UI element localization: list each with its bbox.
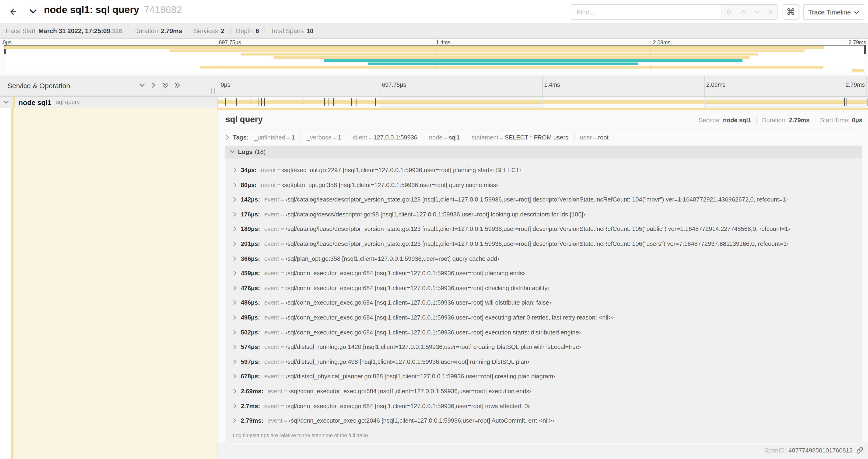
minimap-span-bar bbox=[4, 46, 825, 49]
trace-timeline-page: node sql1: sql query7418682 ⌘ Trace T bbox=[0, 0, 868, 459]
log-row[interactable]: 459μs:event=‹sql/conn_executor_exec.go:6… bbox=[233, 270, 858, 276]
log-row[interactable]: 574μs:event=‹sql/distsql_running.go:1420… bbox=[233, 344, 858, 350]
tags-row[interactable]: Tags: _unfinished=1_verbose=1client=127.… bbox=[225, 133, 862, 141]
log-field-key: event bbox=[264, 358, 279, 365]
log-row[interactable]: 2.7ms:event=‹sql/conn_executor_exec.go:6… bbox=[233, 403, 858, 409]
next-match-icon[interactable] bbox=[754, 10, 760, 14]
meta-value: node sql1 bbox=[723, 117, 751, 124]
tag-key: _verbose bbox=[307, 134, 332, 141]
minimap-tick-labels: 0μs697.75μs1.4ms2.09ms2.79ms bbox=[0, 40, 868, 46]
log-field-key: event bbox=[264, 211, 279, 218]
log-field-value: ‹sql/catalog/lease/descriptor_version_st… bbox=[285, 241, 789, 247]
log-field-value: ‹sql/conn_executor_exec.go:684 [nsql1,cl… bbox=[285, 285, 550, 292]
view-selector-button[interactable]: Trace Timeline bbox=[803, 4, 864, 20]
timeline-tick-label: 0μs bbox=[221, 81, 230, 88]
minimap-tick-label: 697.75μs bbox=[219, 40, 241, 45]
span-detail-meta: Service:node sql1Duration:2.79msStart Ti… bbox=[699, 117, 862, 124]
summary-label: Total Spans bbox=[271, 27, 304, 34]
log-tick bbox=[236, 98, 237, 106]
log-timestamp: 2.69ms: bbox=[241, 388, 264, 395]
log-field-key: event bbox=[264, 196, 279, 203]
log-field-value: ‹sql/conn_executor_exec.go:684 [nsql1,cl… bbox=[285, 329, 581, 336]
separator bbox=[265, 27, 265, 34]
summary-value-suffix: .326 bbox=[110, 27, 123, 34]
logs-card: Logs (18) 34μs:event=‹sql/exec_util.go:2… bbox=[225, 145, 862, 442]
summary-value: March 31 2022, 17:25:09 bbox=[38, 27, 111, 34]
log-row[interactable]: 176μs:event=‹sql/catalog/descs/descripto… bbox=[233, 211, 858, 218]
trace-title[interactable]: node sql1: sql query7418682 bbox=[44, 4, 182, 15]
gridline bbox=[542, 75, 543, 96]
meta-value: 0μs bbox=[852, 117, 862, 124]
keyboard-shortcuts-button[interactable]: ⌘ bbox=[783, 4, 799, 20]
log-tick bbox=[844, 98, 845, 106]
log-row-chevron-icon bbox=[233, 389, 237, 394]
expand-one-icon[interactable] bbox=[151, 82, 156, 88]
minimap-right-scrubber[interactable] bbox=[864, 45, 866, 54]
timeline-tick-label: 697.75μs bbox=[382, 81, 406, 88]
back-button[interactable] bbox=[0, 0, 25, 23]
tag-key: _unfinished bbox=[254, 134, 285, 141]
service-name: node sql1 bbox=[19, 98, 51, 106]
tag-value: 1 bbox=[292, 134, 295, 141]
log-row[interactable]: 201μs:event=‹sql/catalog/lease/descripto… bbox=[233, 241, 858, 247]
log-row[interactable]: 366μs:event=‹sql/plan_opt.go:358 [nsql1,… bbox=[233, 255, 858, 262]
span-collapse-chevron-icon[interactable] bbox=[4, 100, 9, 104]
deep-link-icon[interactable] bbox=[856, 447, 863, 454]
log-timestamp: 2.7ms: bbox=[241, 403, 260, 409]
log-tick bbox=[331, 98, 331, 106]
column-divider bbox=[218, 75, 218, 96]
log-row[interactable]: 476μs:event=‹sql/conn_executor_exec.go:6… bbox=[233, 285, 858, 292]
collapse-one-icon[interactable] bbox=[139, 83, 145, 88]
log-row[interactable]: 495μs:event=‹sql/conn_executor_exec.go:6… bbox=[233, 315, 858, 321]
minimap-canvas[interactable] bbox=[4, 45, 866, 72]
gridline bbox=[380, 97, 380, 108]
log-row[interactable]: 34μs:event=‹sql/exec_util.go:2297 [nsql1… bbox=[233, 167, 858, 173]
find-input[interactable] bbox=[571, 5, 721, 19]
log-tick bbox=[225, 98, 226, 106]
log-row-chevron-icon bbox=[233, 226, 237, 232]
span-name-cell[interactable]: node sql1 sql query bbox=[0, 97, 218, 108]
log-field-key: event bbox=[264, 300, 279, 306]
tag-value: root bbox=[598, 134, 609, 141]
log-timestamp: 678μs: bbox=[241, 373, 260, 380]
collapse-trace-chevron[interactable] bbox=[29, 8, 37, 16]
log-equals: = bbox=[279, 270, 285, 276]
tag-equals: = bbox=[498, 134, 505, 141]
timeline-header-row: Service & Operation 0μs697.75μs1.4ms2.09… bbox=[0, 75, 868, 97]
log-row[interactable]: 2.69ms:event=‹sql/conn_executor_exec.go:… bbox=[233, 388, 858, 395]
detail-row-accent-bar bbox=[218, 108, 868, 110]
span-detail-header[interactable]: sql query Service:node sql1Duration:2.79… bbox=[225, 115, 862, 125]
log-timestamp: 476μs: bbox=[241, 285, 260, 292]
prev-match-icon[interactable] bbox=[740, 10, 746, 14]
separator bbox=[574, 133, 574, 141]
tag-key: node bbox=[429, 134, 443, 141]
collapse-all-icon[interactable] bbox=[162, 82, 168, 88]
span-timeline-cell[interactable] bbox=[218, 97, 868, 108]
log-row[interactable]: 502μs:event=‹sql/conn_executor_exec.go:6… bbox=[233, 329, 858, 336]
log-row[interactable]: 597μs:event=‹sql/distsql_running.go:498 … bbox=[233, 358, 858, 365]
tags-chevron-icon bbox=[225, 135, 229, 140]
logs-note: Log timestamps are relative to the start… bbox=[233, 432, 858, 438]
log-row-chevron-icon bbox=[233, 315, 237, 320]
clear-find-icon[interactable] bbox=[768, 9, 773, 14]
summary-value: 2 bbox=[221, 27, 224, 34]
span-row: node sql1 sql query bbox=[0, 97, 868, 108]
separator bbox=[230, 27, 230, 34]
collapse-controls bbox=[139, 82, 180, 88]
log-row[interactable]: 189μs:event=‹sql/catalog/lease/descripto… bbox=[233, 226, 858, 233]
log-row[interactable]: 142μs:event=‹sql/catalog/lease/descripto… bbox=[233, 196, 858, 203]
span-detail-title: sql query bbox=[225, 115, 263, 125]
column-resizer-grip[interactable] bbox=[211, 88, 215, 94]
focus-match-icon[interactable] bbox=[725, 9, 732, 15]
log-row[interactable]: 2.79ms:event=‹sql/conn_executor_exec.go:… bbox=[233, 418, 858, 424]
log-row[interactable]: 678μs:event=‹sql/distsql_physical_planne… bbox=[233, 373, 858, 380]
tag-value: sql1 bbox=[449, 134, 460, 141]
log-tick bbox=[303, 98, 304, 106]
log-row[interactable]: 80μs:event=‹sql/plan_opt.go:358 [nsql1,c… bbox=[233, 182, 858, 188]
log-field-key: event bbox=[264, 255, 279, 262]
log-equals: = bbox=[279, 226, 285, 233]
logs-header[interactable]: Logs (18) bbox=[225, 145, 862, 158]
gridline bbox=[704, 97, 705, 108]
log-row[interactable]: 486μs:event=‹sql/conn_executor_exec.go:6… bbox=[233, 300, 858, 306]
expand-all-icon[interactable] bbox=[175, 82, 180, 88]
